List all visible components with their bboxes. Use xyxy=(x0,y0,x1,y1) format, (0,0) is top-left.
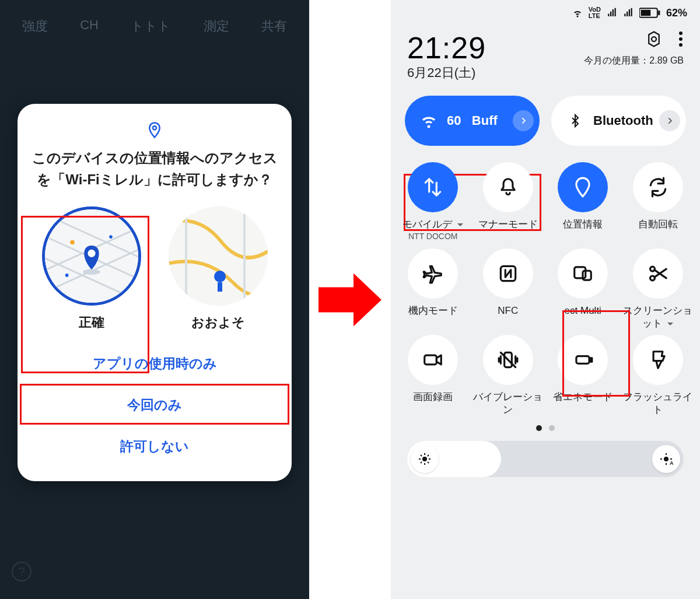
accuracy-choices: 正確 xyxy=(28,201,281,331)
precise-label: 正確 xyxy=(42,314,141,331)
pin-icon xyxy=(558,162,608,212)
svg-point-11 xyxy=(82,269,100,275)
bg-tab: CH xyxy=(80,17,99,35)
pager-dot xyxy=(536,425,542,431)
tile-label: NFC xyxy=(471,304,546,330)
tile-multi[interactable]: ect Multi xyxy=(545,248,621,330)
svg-line-32 xyxy=(501,353,515,367)
svg-point-35 xyxy=(422,457,427,461)
chevron-right-icon[interactable] xyxy=(513,110,534,131)
svg-point-13 xyxy=(214,271,226,282)
data-usage: 今月の使用量：2.89 GB xyxy=(584,55,684,67)
vibrate-icon xyxy=(483,335,533,385)
scissors-icon xyxy=(633,248,683,299)
battery-percent: 62% xyxy=(666,7,687,19)
svg-rect-30 xyxy=(425,355,437,365)
chevron-right-icon[interactable] xyxy=(659,110,680,131)
brightness-slider[interactable]: A xyxy=(407,441,684,477)
bg-tab: 測定 xyxy=(204,17,229,35)
wifi-icon xyxy=(419,112,439,129)
tile-label: 自動回転 xyxy=(621,218,696,244)
tile-label: 省エネモード xyxy=(545,391,621,416)
bluetooth-label: Bluetooth xyxy=(593,113,659,128)
choice-approx[interactable]: おおよそ xyxy=(169,201,268,331)
swap-icon xyxy=(408,162,458,212)
svg-point-8 xyxy=(109,236,113,239)
svg-marker-19 xyxy=(649,32,659,47)
settings-gear-icon[interactable] xyxy=(645,30,663,48)
svg-rect-34 xyxy=(590,358,592,362)
tile-eco[interactable]: 省エネモード xyxy=(545,335,621,416)
step-arrow xyxy=(309,0,391,599)
record-icon xyxy=(408,335,458,385)
allow-while-using-button[interactable]: アプリの使用時のみ xyxy=(28,343,281,384)
svg-rect-18 xyxy=(641,10,651,16)
svg-line-41 xyxy=(428,462,429,463)
svg-rect-17 xyxy=(658,10,660,15)
status-bar: VoDLTE 62% xyxy=(391,0,700,26)
tile-airplane[interactable]: 機内モード xyxy=(396,248,471,330)
tile-location[interactable]: 位置情報 xyxy=(545,162,621,244)
tile-screenshot[interactable]: スクリーンショット xyxy=(621,248,696,330)
svg-text:A: A xyxy=(670,460,673,466)
tile-mobile[interactable]: モバイルデ NTT DOCOM xyxy=(396,162,471,244)
tile-nfc[interactable]: NFC xyxy=(471,248,546,330)
brightness-auto-icon[interactable]: A xyxy=(652,445,680,473)
pager-dot xyxy=(549,425,555,431)
svg-point-0 xyxy=(153,126,156,129)
svg-point-21 xyxy=(679,31,682,35)
permission-dialog: このデバイスの位置情報へのアクセスを「Wi-Fiミレル」に許可しますか？ xyxy=(18,104,292,481)
phone-permission: 強度 CH トトト 測定 共有 ? このデバイスの位置情報へのアクセスを「Wi-… xyxy=(0,0,309,599)
more-icon[interactable] xyxy=(678,30,684,48)
eco-icon xyxy=(558,335,608,385)
date: 6月22日(土) xyxy=(407,64,486,82)
dialog-title: このデバイスの位置情報へのアクセスを「Wi-Fiミレル」に許可しますか？ xyxy=(28,147,281,201)
choice-precise[interactable]: 正確 xyxy=(42,201,141,331)
tile-label: 位置情報 xyxy=(545,218,621,244)
approx-map-icon xyxy=(169,206,268,306)
tile-label: マナーモード xyxy=(471,218,546,244)
tile-rotate[interactable]: 自動回転 xyxy=(621,162,696,244)
phone-quicksettings: VoDLTE 62% 21:29 6月22日(土) 今月の使用量：2.89 GB xyxy=(391,0,700,599)
rotate-icon xyxy=(633,162,683,212)
pager xyxy=(391,420,700,441)
tile-manner[interactable]: マナーモード xyxy=(471,162,546,244)
tile-record[interactable]: 画面録画 xyxy=(396,335,471,416)
svg-rect-26 xyxy=(575,267,586,278)
help-icon: ? xyxy=(12,562,32,582)
signal-icon xyxy=(623,8,634,18)
svg-point-22 xyxy=(679,37,682,41)
svg-line-43 xyxy=(428,455,429,456)
arrow-right-icon xyxy=(315,265,385,335)
tile-label: 機内モード xyxy=(396,304,471,330)
bell-icon xyxy=(483,162,533,212)
tile-vibrate[interactable]: バイブレーション xyxy=(471,335,546,416)
plane-icon xyxy=(408,248,458,299)
svg-marker-15 xyxy=(318,273,382,326)
big-tiles-row: 60 Buff Bluetooth xyxy=(391,83,700,150)
wifi-tile[interactable]: 60 Buff xyxy=(405,96,540,146)
multi-icon xyxy=(558,248,608,299)
svg-point-9 xyxy=(65,274,68,277)
tile-label: 画面録画 xyxy=(396,391,471,416)
allow-once-button[interactable]: 今回のみ xyxy=(28,384,281,426)
tile-label: ect Multi xyxy=(545,304,621,330)
svg-point-10 xyxy=(88,250,95,257)
tile-grid: モバイルデ NTT DOCOMマナーモード位置情報自動回転機内モードNFCect… xyxy=(391,150,700,420)
svg-line-42 xyxy=(421,462,422,463)
location-pin-icon xyxy=(146,121,163,139)
volte-icon: VoDLTE xyxy=(589,6,601,19)
signal-icon xyxy=(607,8,617,18)
approx-label: おおよそ xyxy=(169,314,268,331)
deny-button[interactable]: 許可しない xyxy=(28,426,281,467)
bg-tab: 共有 xyxy=(261,17,287,35)
svg-point-20 xyxy=(652,37,656,41)
bluetooth-tile[interactable]: Bluetooth xyxy=(551,96,686,146)
svg-point-24 xyxy=(580,182,585,187)
bluetooth-icon xyxy=(565,112,585,129)
flash-icon xyxy=(633,335,683,385)
bg-tab: トトト xyxy=(131,17,171,35)
background-tabs: 強度 CH トトト 測定 共有 xyxy=(0,0,309,52)
tile-label: バイブレーション xyxy=(471,391,546,416)
tile-flash[interactable]: フラッシュライト xyxy=(621,335,696,416)
